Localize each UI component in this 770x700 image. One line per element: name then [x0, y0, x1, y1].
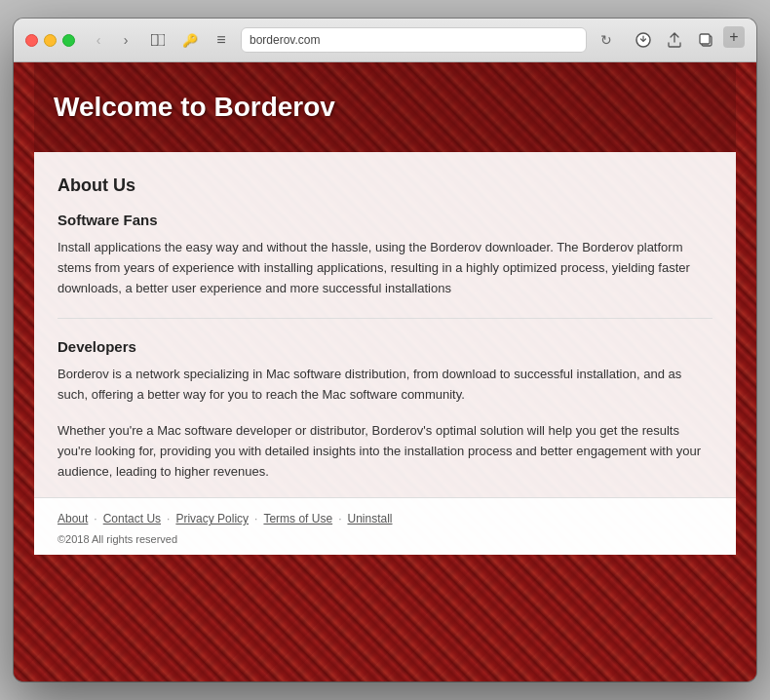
close-button[interactable]: [25, 34, 38, 47]
footer-separator-3: ·: [254, 512, 257, 525]
key-icon[interactable]: 🔑: [178, 28, 202, 52]
hero-title: Welcome to Borderov: [54, 92, 716, 123]
new-tab-button[interactable]: +: [723, 26, 745, 48]
download-icon[interactable]: [630, 26, 657, 54]
about-us-heading: About Us: [58, 175, 712, 196]
webpage: Welcome to Borderov About Us Software Fa…: [14, 62, 756, 681]
address-text: borderov.com: [250, 33, 578, 47]
software-fans-heading: Software Fans: [58, 212, 712, 228]
footer-link-terms[interactable]: Terms of Use: [263, 512, 332, 525]
hero-section: Welcome to Borderov: [34, 62, 736, 152]
footer-copyright: ©2018 All rights reserved: [58, 533, 712, 545]
browser-window: ‹ › 🔑 ≡ borderov.com ↻: [14, 19, 756, 681]
footer-link-contact[interactable]: Contact Us: [103, 512, 161, 525]
share-icon[interactable]: [661, 26, 688, 54]
minimize-button[interactable]: [44, 34, 57, 47]
footer-separator-2: ·: [167, 512, 170, 525]
footer-link-about[interactable]: About: [58, 512, 88, 525]
developers-heading: Developers: [58, 338, 712, 355]
developers-paragraph2: Whether you're a Mac software developer …: [58, 421, 712, 482]
svg-rect-1: [151, 34, 158, 46]
footer-links: About · Contact Us · Privacy Policy · Te…: [58, 512, 712, 525]
menu-icon[interactable]: ≡: [210, 28, 233, 52]
back-button[interactable]: ‹: [87, 28, 110, 52]
svg-rect-4: [700, 34, 710, 44]
fullscreen-button[interactable]: [62, 34, 75, 47]
reload-button[interactable]: ↻: [595, 28, 618, 52]
developers-paragraph1: Borderov is a network specializing in Ma…: [58, 365, 712, 406]
browser-toolbar: ‹ › 🔑 ≡ borderov.com ↻: [14, 19, 756, 62]
footer-separator-1: ·: [94, 512, 96, 525]
software-fans-text: Install applications the easy way and wi…: [58, 238, 712, 298]
content-wrapper: Welcome to Borderov About Us Software Fa…: [34, 62, 736, 613]
section-divider: [58, 318, 712, 319]
footer-section: About · Contact Us · Privacy Policy · Te…: [34, 497, 736, 555]
footer-link-privacy[interactable]: Privacy Policy: [175, 512, 249, 525]
nav-buttons: ‹ ›: [87, 28, 137, 52]
address-bar[interactable]: borderov.com: [241, 27, 587, 53]
traffic-lights: [25, 34, 75, 47]
footer-separator-4: ·: [338, 512, 341, 525]
tab-view-button[interactable]: [145, 27, 171, 53]
main-content: About Us Software Fans Install applicati…: [34, 152, 736, 555]
toolbar-right: +: [630, 26, 745, 54]
footer-link-uninstall[interactable]: Uninstall: [347, 512, 392, 525]
bottom-carpet: [34, 555, 736, 613]
duplicate-icon[interactable]: [692, 26, 719, 54]
forward-button[interactable]: ›: [114, 28, 137, 52]
